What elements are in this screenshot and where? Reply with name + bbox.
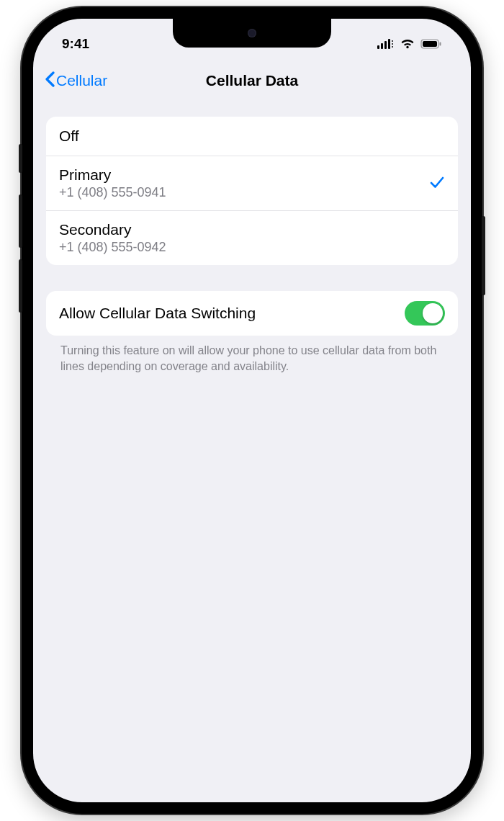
svg-rect-4 [392, 46, 393, 48]
line-title: Off [59, 127, 79, 145]
back-label: Cellular [56, 72, 107, 89]
wifi-icon [400, 39, 415, 49]
battery-icon [420, 39, 442, 49]
device-frame: 9:41 [22, 7, 482, 814]
back-button[interactable]: Cellular [45, 71, 107, 91]
lines-group: Off Primary +1 (408) 555-0941 Secondary [46, 117, 458, 265]
status-time: 9:41 [62, 29, 89, 52]
svg-rect-2 [384, 41, 387, 49]
svg-rect-3 [388, 39, 390, 49]
switching-toggle[interactable] [405, 301, 445, 326]
navigation-bar: Cellular Cellular Data [33, 62, 471, 99]
line-option-primary[interactable]: Primary +1 (408) 555-0941 [46, 156, 458, 210]
svg-rect-8 [423, 41, 437, 47]
allow-switching-row[interactable]: Allow Cellular Data Switching [46, 291, 458, 336]
svg-rect-6 [392, 40, 393, 42]
svg-rect-9 [440, 42, 441, 46]
line-option-secondary[interactable]: Secondary +1 (408) 555-0942 [46, 210, 458, 265]
screen: 9:41 [33, 19, 471, 802]
line-number: +1 (408) 555-0941 [59, 185, 166, 200]
line-title: Secondary [59, 221, 166, 238]
svg-rect-1 [381, 43, 383, 49]
switching-label: Allow Cellular Data Switching [59, 305, 256, 322]
notch [173, 19, 331, 48]
svg-rect-5 [392, 43, 393, 45]
line-title: Primary [59, 166, 166, 184]
dual-signal-icon [377, 39, 395, 49]
switching-group: Allow Cellular Data Switching [46, 291, 458, 336]
line-number: +1 (408) 555-0942 [59, 240, 166, 255]
checkmark-icon [429, 174, 445, 193]
line-option-off[interactable]: Off [46, 117, 458, 156]
svg-rect-0 [377, 45, 379, 49]
chevron-left-icon [45, 71, 55, 91]
switching-description: Turning this feature on will allow your … [46, 336, 458, 374]
